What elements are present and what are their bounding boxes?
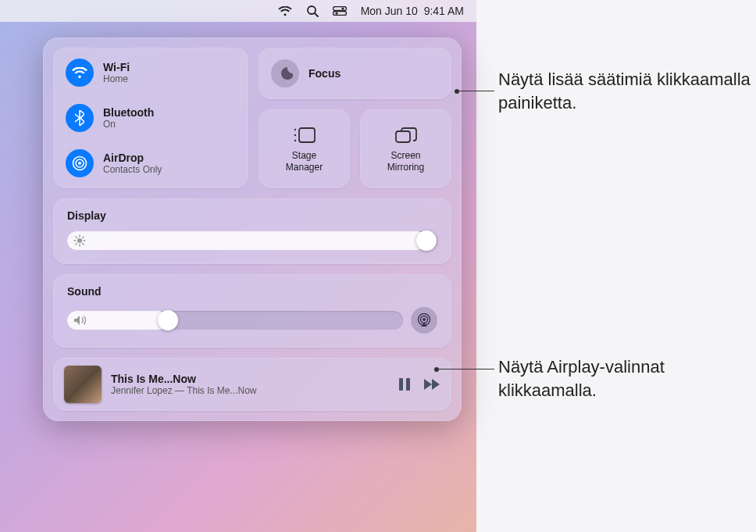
svg-point-9 (294, 129, 295, 130)
airdrop-icon (66, 149, 94, 177)
svg-rect-27 (406, 378, 410, 391)
menubar-date: Mon Jun 10 (361, 5, 418, 17)
annotation-line (437, 369, 494, 370)
stage-manager-button[interactable]: Stage Manager (259, 109, 350, 188)
airdrop-toggle[interactable]: AirDrop Contacts Only (66, 149, 236, 177)
focus-button[interactable]: Focus (259, 48, 451, 99)
display-slider-thumb[interactable] (416, 230, 437, 251)
display-title: Display (67, 209, 437, 222)
svg-point-3 (341, 7, 344, 9)
wifi-subtitle: Home (103, 73, 130, 84)
focus-title: Focus (308, 67, 341, 80)
annotation-focus: Näytä lisää säätimiä klikkaamalla painik… (498, 68, 756, 114)
spotlight-icon[interactable] (306, 5, 319, 17)
sound-slider-thumb[interactable] (158, 310, 178, 330)
svg-point-10 (294, 134, 295, 136)
annotation-line (457, 91, 494, 91)
airdrop-title: AirDrop (103, 152, 162, 164)
svg-point-5 (335, 12, 337, 14)
svg-point-6 (78, 162, 81, 165)
bluetooth-icon (66, 104, 94, 132)
bluetooth-subtitle: On (103, 119, 154, 130)
pause-icon (398, 377, 411, 391)
annotation-airplay: Näytä Airplay-valinnat klikkaamalla. (498, 355, 756, 402)
screen-mirroring-label: Screen Mirroring (387, 150, 424, 173)
focus-moon-icon (271, 59, 299, 87)
control-center-panel: Wi-Fi Home Bluetooth On (43, 37, 462, 421)
wifi-toggle[interactable]: Wi-Fi Home (66, 59, 236, 87)
svg-line-19 (76, 237, 77, 237)
screen-mirroring-icon (395, 125, 417, 145)
volume-icon (73, 315, 87, 326)
now-playing-subtitle: Jennifer Lopez — This Is Me...Now (111, 385, 389, 396)
menubar-time: 9:41 AM (424, 5, 464, 17)
fast-forward-icon (423, 378, 440, 391)
pause-button[interactable] (398, 377, 411, 391)
svg-point-14 (77, 238, 82, 243)
airplay-audio-button[interactable] (411, 307, 437, 334)
svg-line-22 (83, 237, 84, 237)
svg-point-11 (294, 140, 295, 141)
wifi-icon (66, 59, 94, 87)
stage-manager-label: Stage Manager (286, 150, 323, 173)
svg-line-1 (315, 13, 318, 16)
display-brightness-slider[interactable] (67, 231, 437, 250)
sound-card: Sound (53, 274, 451, 348)
now-playing-title: This Is Me...Now (111, 373, 389, 385)
wifi-title: Wi-Fi (103, 61, 130, 73)
svg-rect-12 (299, 128, 315, 142)
svg-rect-26 (399, 378, 403, 391)
wifi-menubar-icon[interactable] (278, 6, 292, 16)
sound-volume-slider[interactable] (67, 311, 403, 330)
svg-point-23 (423, 318, 426, 321)
connectivity-card: Wi-Fi Home Bluetooth On (53, 48, 248, 188)
stage-manager-icon (293, 125, 316, 145)
bluetooth-toggle[interactable]: Bluetooth On (66, 104, 236, 132)
airdrop-subtitle: Contacts Only (103, 164, 162, 175)
svg-rect-2 (333, 7, 346, 11)
menubar: Mon Jun 10 9:41 AM (0, 0, 476, 22)
next-track-button[interactable] (423, 378, 440, 391)
svg-line-20 (83, 244, 84, 245)
svg-rect-13 (396, 131, 410, 142)
brightness-icon (73, 234, 86, 247)
bluetooth-title: Bluetooth (103, 106, 154, 119)
sound-title: Sound (67, 285, 437, 298)
airplay-icon (416, 313, 432, 327)
now-playing-card[interactable]: This Is Me...Now Jennifer Lopez — This I… (53, 358, 451, 411)
screen-mirroring-button[interactable]: Screen Mirroring (360, 109, 451, 188)
menubar-datetime[interactable]: Mon Jun 10 9:41 AM (361, 5, 464, 17)
display-card: Display (53, 198, 451, 264)
album-art (64, 366, 102, 403)
svg-rect-4 (333, 12, 346, 16)
svg-line-21 (76, 244, 77, 245)
control-center-menubar-icon[interactable] (333, 6, 347, 16)
